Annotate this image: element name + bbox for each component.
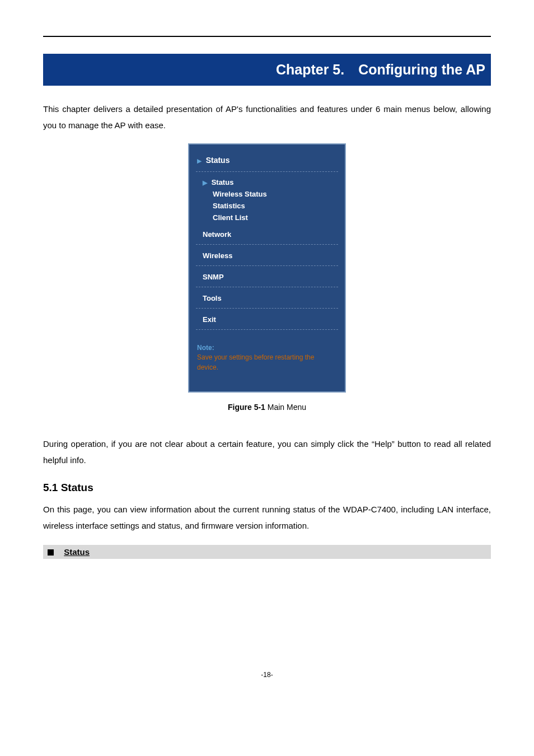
note-block: Note: Save your settings before restarti… bbox=[189, 333, 345, 372]
divider bbox=[196, 265, 338, 266]
divider bbox=[196, 329, 338, 330]
submenu-item-statistics[interactable]: Statistics bbox=[203, 200, 345, 212]
menu-top-status: ▶ Status bbox=[189, 156, 345, 169]
submenu-item-status[interactable]: ▶ Status bbox=[203, 176, 345, 188]
divider bbox=[196, 244, 338, 245]
menu-item-snmp[interactable]: SNMP bbox=[189, 269, 345, 284]
square-bullet-icon bbox=[48, 549, 54, 556]
sub-banner-status: Status bbox=[43, 545, 491, 559]
menu-box: ▶ Status ▶ Status Wireless Status Statis… bbox=[188, 143, 346, 393]
menu-item-network[interactable]: Network bbox=[189, 227, 345, 242]
chevron-right-icon: ▶ bbox=[197, 157, 202, 164]
menu-item-exit[interactable]: Exit bbox=[189, 312, 345, 327]
submenu-item-wireless-status[interactable]: Wireless Status bbox=[203, 188, 345, 200]
menu-item-tools[interactable]: Tools bbox=[189, 291, 345, 306]
figure-caption-rest: Main Menu bbox=[265, 403, 306, 412]
section-paragraph: On this page, you can view information a… bbox=[43, 502, 491, 534]
note-title: Note: bbox=[197, 343, 337, 353]
note-body: Save your settings before restarting the… bbox=[197, 353, 337, 372]
figure-caption-bold: Figure 5-1 bbox=[228, 403, 265, 412]
submenu-group: ▶ Status Wireless Status Statistics Clie… bbox=[189, 175, 345, 227]
chapter-title: Configuring the AP bbox=[358, 62, 485, 77]
submenu-label: Status bbox=[212, 178, 234, 186]
chapter-number: Chapter 5. bbox=[276, 62, 344, 77]
chapter-banner: Chapter 5. Configuring the AP bbox=[43, 54, 491, 86]
intro-paragraph: This chapter delivers a detailed present… bbox=[43, 101, 491, 133]
top-rule bbox=[43, 36, 491, 37]
page-number: -18- bbox=[43, 671, 491, 679]
sub-banner-label: Status bbox=[64, 547, 90, 557]
menu-top-label: Status bbox=[206, 156, 230, 165]
divider bbox=[196, 308, 338, 309]
section-heading-status: 5.1 Status bbox=[43, 482, 491, 494]
chevron-right-icon: ▶ bbox=[203, 179, 207, 186]
figure-caption: Figure 5-1 Main Menu bbox=[43, 403, 491, 412]
main-menu-figure: ▶ Status ▶ Status Wireless Status Statis… bbox=[188, 143, 346, 393]
submenu-item-client-list[interactable]: Client List bbox=[203, 212, 345, 223]
divider bbox=[196, 171, 338, 172]
menu-item-wireless[interactable]: Wireless bbox=[189, 248, 345, 263]
paragraph-help: During operation, if you are not clear a… bbox=[43, 436, 491, 468]
divider bbox=[196, 287, 338, 287]
